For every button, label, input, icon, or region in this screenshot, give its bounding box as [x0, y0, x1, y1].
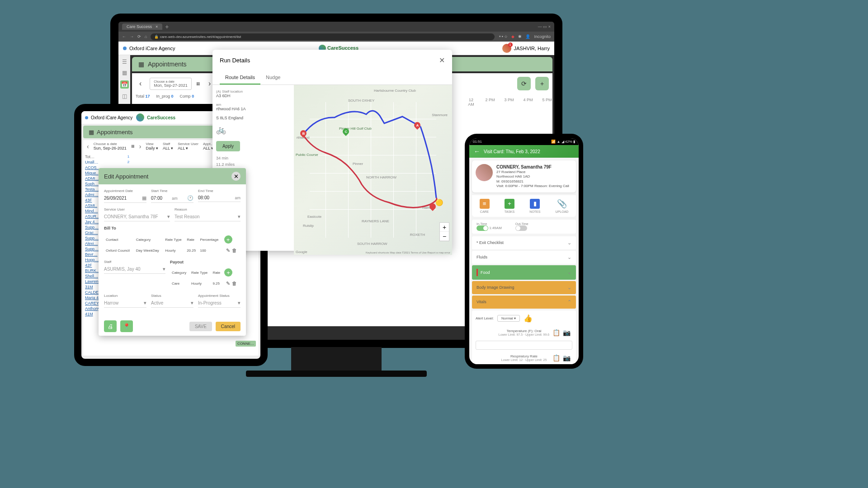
- address-bar[interactable]: 🔒 care-web-dev.azurewebsites.net/#/appoi…: [151, 33, 494, 40]
- edit-row-icon[interactable]: ✎: [226, 281, 230, 286]
- distance-label: 11.2 miles: [216, 162, 290, 167]
- profile-icon[interactable]: 👤: [525, 34, 530, 39]
- reload-icon[interactable]: ⟳: [137, 34, 141, 39]
- start-time-input[interactable]: 07:00 am🕐: [151, 194, 193, 203]
- staff-filter[interactable]: StaffALL ▾: [163, 142, 173, 150]
- prev-date-button[interactable]: ‹: [87, 143, 89, 150]
- phone-status-bar: 01:51 📶 ▲ ◢ 42% ▮: [469, 138, 579, 145]
- vitals-item[interactable]: Vitals⌃: [472, 296, 576, 309]
- fluids-item[interactable]: Fluids⌄: [472, 251, 576, 264]
- back-icon[interactable]: ←: [122, 34, 126, 39]
- edit-appointment-modal: Edit Appointment ✕ Appointment Date26/09…: [99, 168, 246, 336]
- temperature-input[interactable]: [476, 341, 572, 350]
- incognito-label: Incognito: [534, 34, 551, 39]
- respiratory-row: Respiratory Rate Lower Limit: 12 · Upper…: [476, 352, 572, 364]
- exit-checklist-item[interactable]: * Exit Checklist⌄: [472, 236, 576, 249]
- close-modal-button[interactable]: ✕: [439, 56, 445, 65]
- food-item[interactable]: Food⌄: [472, 265, 576, 280]
- care-button[interactable]: ≡CARE: [480, 199, 490, 213]
- end-time-input[interactable]: 08:00 am: [198, 194, 241, 202]
- reason-select[interactable]: Test Reason▾: [175, 212, 241, 221]
- thumbs-up-icon[interactable]: 👍: [524, 314, 533, 323]
- zoom-in-button[interactable]: +: [440, 223, 449, 232]
- next-date-button[interactable]: ›: [139, 143, 142, 150]
- calendar-icon[interactable]: ▦: [196, 81, 200, 86]
- add-bill-row-button[interactable]: +: [224, 235, 232, 244]
- close-modal-button[interactable]: ✕: [231, 172, 241, 181]
- pegman-icon[interactable]: 🟡: [435, 199, 443, 206]
- bike-icon[interactable]: 🚲: [216, 125, 290, 135]
- delete-row-icon[interactable]: 🗑: [232, 281, 237, 286]
- status-select[interactable]: Active▾: [151, 299, 193, 308]
- service-user-select[interactable]: CONNERY, Samantha 78F▾: [104, 212, 170, 221]
- calendar-icon[interactable]: ▦: [131, 144, 135, 148]
- nav-icon[interactable]: ◫: [122, 93, 127, 99]
- appointment-chip[interactable]: CONNE…: [236, 341, 256, 347]
- intime-toggle[interactable]: [476, 225, 488, 231]
- close-tab-icon[interactable]: ×: [156, 24, 158, 29]
- clipboard-icon[interactable]: 📋: [552, 354, 560, 361]
- camera-icon[interactable]: 📷: [563, 354, 571, 361]
- home-icon[interactable]: ⌂: [145, 34, 147, 39]
- tab-nudge[interactable]: Nudge: [260, 71, 286, 84]
- add-button[interactable]: +: [535, 77, 549, 90]
- tasks-button[interactable]: +TASKS: [505, 199, 514, 213]
- apply-button[interactable]: Apply: [216, 141, 240, 151]
- location-select[interactable]: Harrow▾: [104, 299, 146, 308]
- appt-filter[interactable]: Appt..ALL ▾: [203, 142, 213, 150]
- map-view[interactable]: Hartsbourne Country Club SOUTH OXHEY Sta…: [294, 85, 452, 255]
- avatar: 1: [502, 44, 511, 53]
- browser-tab[interactable]: Care Success×: [122, 23, 162, 30]
- outtime-toggle[interactable]: [515, 225, 527, 231]
- back-button[interactable]: ←: [474, 148, 480, 155]
- prev-date-button[interactable]: ‹: [136, 78, 145, 89]
- timeline-header: 12 AM 2 PM 3 PM 4 PM 5 PM: [466, 98, 552, 107]
- extension-icon[interactable]: ◆: [511, 34, 514, 39]
- map-zoom: + −: [439, 222, 449, 241]
- date-picker[interactable]: Choose a date Mon, Sep-27-2021: [150, 78, 192, 90]
- clock-icon[interactable]: 🕐: [187, 195, 193, 201]
- cancel-button[interactable]: Cancel: [216, 322, 241, 331]
- chevron-down-icon: ⌄: [567, 240, 571, 246]
- map-attribution: Keyboard shortcuts Map data ©2021 Terms …: [366, 251, 450, 254]
- view-filter[interactable]: ViewDaily ▾: [146, 142, 158, 150]
- add-payout-row-button[interactable]: +: [224, 268, 232, 277]
- user-menu[interactable]: 1 JASHVIR, Harry: [502, 44, 550, 53]
- service-user-filter[interactable]: Service UserALL ▾: [178, 142, 198, 150]
- extensions-icon[interactable]: ✱: [518, 34, 522, 39]
- brand-logo-icon: [136, 113, 144, 122]
- modal-title: Edit Appointment: [104, 173, 148, 180]
- delete-row-icon[interactable]: 🗑: [232, 248, 237, 253]
- forward-icon[interactable]: →: [130, 34, 134, 39]
- duration-label: 34 min: [216, 156, 290, 160]
- patient-card: CONNERY, Samantha 79F 27 Rowland Place N…: [472, 160, 576, 192]
- clipboard-icon[interactable]: 📋: [552, 329, 560, 336]
- print-button[interactable]: 🖨: [104, 320, 117, 332]
- staff-select[interactable]: ASURMIS, Jay 40▾: [104, 265, 165, 274]
- route-lines: [294, 85, 452, 255]
- nav-icon[interactable]: 📅: [120, 80, 129, 89]
- refresh-button[interactable]: ⟳: [517, 77, 531, 90]
- menu-icon[interactable]: ☰: [122, 59, 127, 65]
- modal-title: Run Details: [220, 57, 250, 64]
- bill-row: Oxford CouncilDay WeekDayHourly20.25100✎…: [105, 246, 240, 255]
- date-picker[interactable]: Choose a dateSun, Sep-26-2021: [94, 142, 127, 150]
- zoom-out-button[interactable]: −: [440, 232, 449, 241]
- notes-button[interactable]: ▮NOTES: [529, 199, 540, 213]
- google-logo: Google: [296, 250, 307, 254]
- tab-route-details[interactable]: Route Details: [220, 71, 260, 84]
- appt-status-select[interactable]: In-Progress▾: [198, 299, 241, 308]
- save-button[interactable]: SAVE: [189, 322, 212, 331]
- camera-icon[interactable]: 📷: [563, 329, 571, 336]
- nav-icon[interactable]: ▦: [122, 70, 127, 76]
- browser-toolbar: ← → ⟳ ⌂ 🔒 care-web-dev.azurewebsites.net…: [118, 32, 554, 42]
- edit-row-icon[interactable]: ✎: [226, 248, 230, 253]
- calendar-icon: ▦: [138, 61, 144, 68]
- alert-level-select[interactable]: Normal ▾: [497, 315, 520, 322]
- upload-button[interactable]: 📎UPLOAD: [556, 199, 569, 213]
- new-tab-button[interactable]: +: [165, 23, 169, 30]
- calendar-icon[interactable]: ▦: [142, 195, 146, 201]
- body-image-item[interactable]: Body Image Drawing⌄: [472, 281, 576, 294]
- location-button[interactable]: 📍: [120, 320, 133, 332]
- date-input[interactable]: 26/09/2021▦: [104, 194, 146, 203]
